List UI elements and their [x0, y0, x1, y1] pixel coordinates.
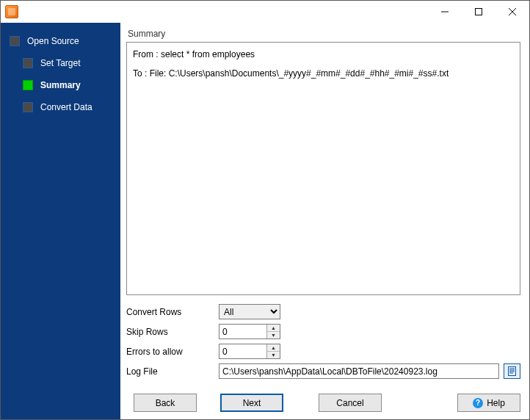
- help-button[interactable]: ? Help: [457, 394, 520, 412]
- nav-label: Summary: [40, 80, 81, 90]
- body: Open Source Set Target Summary Convert D…: [1, 23, 529, 419]
- skip-rows-spinner[interactable]: ▲ ▼: [219, 324, 280, 339]
- nav-label: Convert Data: [40, 102, 92, 112]
- row-log-file: Log File: [126, 363, 520, 379]
- nav-set-target[interactable]: Set Target: [1, 52, 120, 74]
- document-icon: [507, 366, 517, 376]
- spin-down-icon[interactable]: ▼: [267, 332, 280, 338]
- app-icon: [5, 5, 18, 18]
- cancel-button[interactable]: Cancel: [319, 394, 382, 412]
- titlebar: [1, 1, 529, 23]
- app-window: Open Source Set Target Summary Convert D…: [0, 0, 530, 420]
- spin-up-icon[interactable]: ▲: [267, 344, 280, 352]
- log-file-input[interactable]: [219, 363, 499, 379]
- main-panel: Summary From : select * from employees T…: [120, 23, 529, 419]
- browse-log-button[interactable]: [504, 363, 520, 379]
- minimize-button[interactable]: [428, 1, 462, 23]
- nav-label: Open Source: [27, 36, 79, 46]
- nav-open-source[interactable]: Open Source: [1, 30, 120, 52]
- options-form: Convert Rows All Skip Rows ▲ ▼: [126, 304, 520, 383]
- skip-rows-input[interactable]: [219, 325, 266, 338]
- errors-label: Errors to allow: [126, 347, 219, 357]
- sidebar: Open Source Set Target Summary Convert D…: [1, 23, 120, 419]
- maximize-button[interactable]: [462, 1, 495, 23]
- nav-summary[interactable]: Summary: [1, 74, 120, 96]
- log-file-label: Log File: [126, 366, 219, 377]
- row-convert-rows: Convert Rows All: [126, 304, 520, 319]
- step-icon: [23, 58, 33, 68]
- summary-to: To : File: C:\Users\pansh\Documents\_#yy…: [133, 66, 514, 81]
- summary-text: From : select * from employees To : File…: [126, 42, 520, 295]
- panel-title: Summary: [128, 29, 520, 39]
- convert-rows-label: Convert Rows: [126, 307, 219, 317]
- step-icon: [23, 80, 33, 90]
- errors-input[interactable]: [219, 344, 266, 358]
- row-skip-rows: Skip Rows ▲ ▼: [126, 324, 520, 339]
- convert-rows-select[interactable]: All: [219, 304, 280, 319]
- skip-rows-label: Skip Rows: [126, 327, 219, 337]
- spin-up-icon[interactable]: ▲: [267, 325, 280, 332]
- summary-from: From : select * from employees: [133, 47, 514, 62]
- close-button[interactable]: [495, 1, 529, 23]
- spin-down-icon[interactable]: ▼: [267, 352, 280, 358]
- help-icon: ?: [473, 398, 483, 408]
- errors-spinner[interactable]: ▲ ▼: [219, 344, 280, 359]
- row-errors: Errors to allow ▲ ▼: [126, 344, 520, 359]
- wizard-buttons: Back Next Cancel ? Help: [126, 394, 520, 412]
- step-icon: [23, 102, 33, 112]
- nav-convert-data[interactable]: Convert Data: [1, 96, 120, 118]
- step-icon: [10, 36, 20, 46]
- next-button[interactable]: Next: [220, 394, 283, 412]
- svg-rect-1: [476, 9, 482, 15]
- nav-label: Set Target: [40, 58, 80, 68]
- back-button[interactable]: Back: [134, 394, 197, 412]
